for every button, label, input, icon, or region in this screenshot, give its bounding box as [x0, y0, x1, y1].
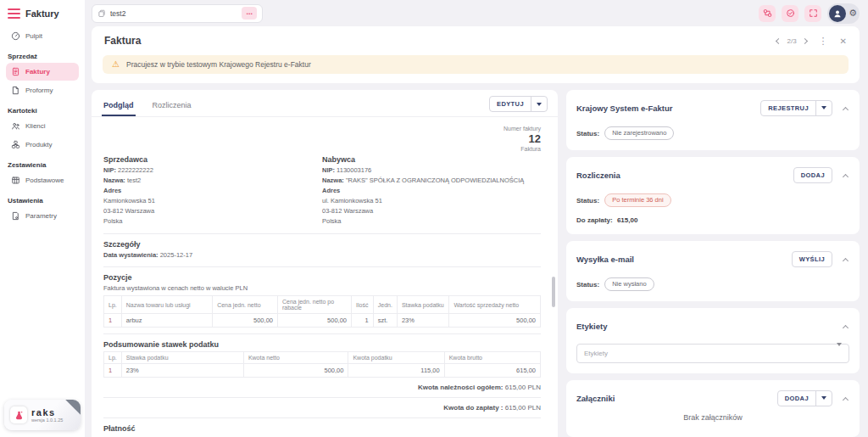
sidebar-item-klienci[interactable]: Klienci — [6, 117, 79, 135]
invoice-number-label: Numer faktury — [103, 126, 541, 132]
sidebar-item-label: Produkty — [25, 141, 53, 148]
sidebar-item-parametry[interactable]: Parametry — [6, 207, 79, 225]
divider — [103, 333, 541, 334]
buyer-address-2: 03-812 Warszawa — [322, 207, 532, 216]
test-mode-banner: ⚠ Pracujesz w trybie testowym Krajowego … — [103, 55, 849, 74]
ksef-title: Krajowy System e-Faktur — [576, 104, 673, 113]
labels-panel: Etykiety Etykiety — [566, 308, 860, 373]
item-row: 1 arbuz 500,00 500,00 1 szt. 23% 500,00 — [104, 314, 541, 328]
divider — [103, 266, 541, 267]
register-dropdown[interactable] — [815, 101, 832, 115]
tax-summary-table: Lp. Stawka podatku Kwota netto Kwota pod… — [103, 351, 541, 378]
add-attachment-button[interactable]: DODAJ — [777, 390, 832, 406]
labels-collapse-button[interactable] — [842, 317, 849, 335]
seller-name: test2 — [127, 176, 141, 184]
documents-tab-icon — [97, 9, 106, 18]
total-amount: 615,00 PLN — [505, 384, 541, 391]
check-circle-icon — [786, 8, 795, 18]
user-avatar[interactable] — [829, 5, 846, 22]
sidebar-item-produkty[interactable]: Produkty — [6, 136, 79, 154]
fullscreen-button[interactable] — [804, 5, 821, 22]
invoice-header-card: Faktura 2/3 ⋮ ✕ ⚠ Pracujesz w trybie tes… — [92, 26, 860, 83]
document-tab[interactable]: test2 ... — [92, 4, 263, 23]
topbar: test2 ... ⚙ — [92, 0, 860, 26]
menu-icon[interactable] — [8, 8, 20, 19]
sidebar-item-proformy[interactable]: Proformy — [6, 81, 79, 99]
seller-address-1: Kamionkowska 51 — [103, 197, 314, 206]
due-amount-row: Kwota do zapłaty : 615,00 PLN — [103, 404, 541, 412]
preview-tabs: Podgląd Rozliczenia EDYTUJ — [92, 90, 558, 117]
preview-scrollbar[interactable] — [552, 277, 555, 307]
buyer-address-3: Polska — [322, 217, 532, 227]
seller-address-3: Polska — [103, 217, 314, 227]
chevron-up-icon — [843, 107, 849, 113]
tab-menu-button[interactable]: ... — [242, 7, 257, 20]
products-icon — [11, 140, 20, 149]
side-panels: Krajowy System e-Faktur REJESTRUJ Status… — [566, 90, 860, 437]
sidebar-group-sprzedaz: Sprzedaż — [8, 53, 77, 60]
edit-button[interactable]: EDYTUJ — [489, 96, 548, 112]
buyer-address-1: ul. Kamionkowska 51 — [322, 197, 532, 206]
divider — [103, 233, 541, 234]
email-title: Wysyłka e-mail — [576, 255, 634, 264]
email-collapse-button[interactable] — [842, 249, 849, 268]
gear-icon[interactable]: ⚙ — [849, 8, 857, 18]
email-status-badge: Nie wysłano — [604, 277, 654, 291]
tab-rozliczenia[interactable]: Rozliczenia — [151, 95, 193, 116]
invoice-icon — [11, 67, 20, 76]
check-circle-button[interactable] — [782, 5, 798, 22]
buyer-block: Nabywca NIP: 1130003176 Nazwa: "RAKS" SP… — [322, 155, 541, 227]
attachments-collapse-button[interactable] — [842, 389, 849, 407]
ksef-collapse-button[interactable] — [842, 98, 849, 117]
brand-name: raks — [31, 407, 63, 417]
add-attachment-dropdown[interactable] — [815, 391, 832, 406]
tax-summary-row: 1 23% 500,00 115,00 615,00 — [104, 364, 541, 378]
sidebar-item-label: Podstawowe — [25, 176, 64, 184]
ksef-status-badge: Nie zarejestrowano — [604, 126, 674, 140]
details-section: Szczegóły Data wystawienia: 2025-12-17 — [103, 240, 541, 261]
caret-down-icon — [537, 103, 542, 106]
chevron-up-icon — [843, 397, 849, 403]
settlements-panel: Rozliczenia DODAJ Status: Po terminie 36… — [566, 157, 860, 234]
chevron-right-icon[interactable] — [802, 37, 808, 43]
sidebar-group-zestawienia: Zestawienia — [8, 161, 77, 169]
close-icon[interactable]: ✕ — [840, 36, 847, 46]
invoice-preview-card: Podgląd Rozliczenia EDYTUJ Numer faktury… — [92, 90, 558, 437]
labels-select[interactable]: Etykiety — [576, 344, 849, 363]
sidebar-item-pulpit[interactable]: Pulpit — [6, 27, 79, 45]
sidebar-group-kartoteki: Kartoteki — [8, 107, 77, 115]
sidebar-item-podstawowe[interactable]: Podstawowe — [6, 171, 79, 189]
page-title: Faktura — [104, 35, 141, 47]
flask-icon — [10, 406, 27, 423]
send-email-button[interactable]: WYŚLIJ — [792, 251, 832, 267]
sidebar-item-label: Klienci — [25, 122, 46, 130]
caret-down-icon — [821, 106, 826, 109]
clients-icon — [11, 121, 20, 131]
total-amount-row: Kwota należności ogółem: 615,00 PLN — [103, 384, 541, 391]
register-button[interactable]: REJESTRUJ — [760, 100, 832, 116]
issue-date: 2025-12-17 — [160, 251, 192, 259]
brand-logo: raks wersja 1.0.1.25 — [4, 400, 81, 430]
seller-nip: 2222222222 — [118, 166, 153, 174]
chevron-up-icon — [843, 258, 849, 264]
settlements-collapse-button[interactable] — [842, 165, 849, 184]
sidebar: Faktury Pulpit Sprzedaż Faktury Proformy… — [0, 0, 85, 437]
edit-dropdown[interactable] — [531, 97, 547, 111]
brand-version: wersja 1.0.1.25 — [31, 417, 63, 423]
items-section: Pozycje Faktura wystawiona w cenach nett… — [103, 273, 541, 328]
chevron-left-icon[interactable] — [776, 37, 782, 43]
sidebar-item-label: Parametry — [25, 212, 57, 220]
sidebar-group-ustawienia: Ustawienia — [8, 197, 77, 204]
buyer-name: "RAKS" SPÓŁKA Z OGRANICZONĄ ODPOWIEDZIAL… — [346, 176, 524, 184]
tab-podglad[interactable]: Podgląd — [102, 95, 136, 116]
divider — [103, 397, 541, 398]
sitemap-button[interactable] — [759, 5, 776, 22]
sidebar-item-faktury[interactable]: Faktury — [6, 63, 79, 81]
seller-block: Sprzedawca NIP: 2222222222 Nazwa: test2 … — [103, 155, 322, 227]
record-pagination: 2/3 — [776, 37, 806, 45]
sidebar-item-label: Faktury — [25, 68, 50, 76]
add-settlement-button[interactable]: DODAJ — [793, 167, 832, 183]
email-panel: Wysyłka e-mail WYŚLIJ Status: Nie wysłan… — [566, 241, 860, 301]
kebab-menu-icon[interactable]: ⋮ — [819, 36, 828, 47]
attachments-empty-message: Brak załączników — [576, 407, 849, 427]
